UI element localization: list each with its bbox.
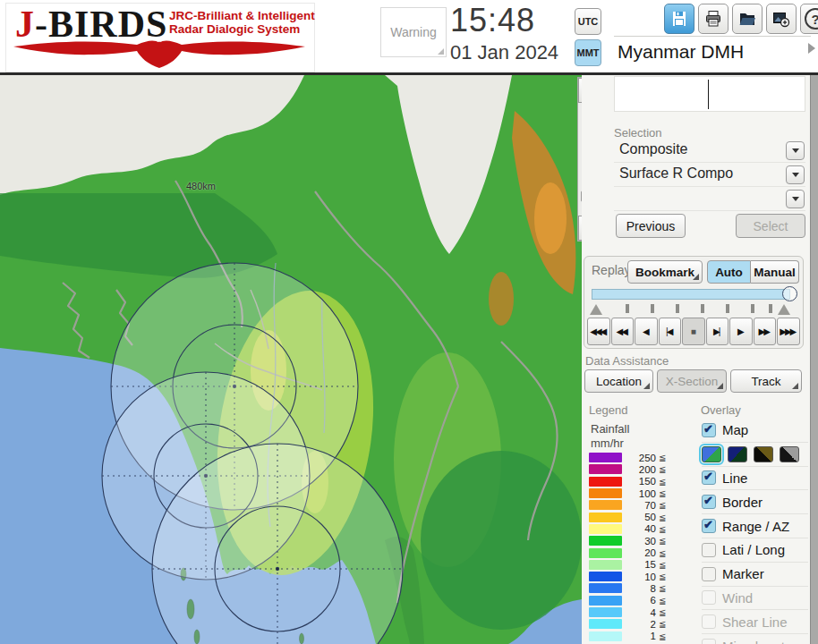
selection-field-2: Surface R Compo	[614, 163, 805, 187]
page-title: Myanmar DMH	[618, 41, 744, 63]
track-button[interactable]: Track	[730, 369, 802, 393]
data-assistance-label: Data Assistance	[585, 354, 669, 368]
bookmark-button[interactable]: Bookmark	[627, 260, 703, 284]
legend-row: 4≦	[589, 606, 666, 618]
chevron-down-icon	[792, 173, 799, 177]
selection-value-1[interactable]: Composite	[619, 141, 687, 157]
forward-fast-button[interactable]: ▶▶▶	[777, 318, 800, 345]
overlay-row-wind: Wind	[702, 586, 808, 610]
legend-swatch	[589, 572, 622, 581]
microburst-checkbox	[702, 639, 716, 644]
overlay-label-line: Line	[722, 470, 747, 486]
add-image-icon	[772, 10, 790, 28]
utc-button[interactable]: UTC	[575, 8, 601, 35]
map-style-2[interactable]	[728, 446, 747, 462]
legend-swatch	[589, 453, 622, 462]
jbirds-app: J-BIRDS JRC-Brilliant & Intelligent Rada…	[0, 0, 818, 644]
selection-value-2[interactable]: Surface R Compo	[619, 165, 733, 182]
logo-subtitle-line2: Radar Dialogic System	[169, 22, 315, 36]
legend-swatch	[589, 477, 622, 487]
selection-dropdown-button-3[interactable]	[786, 190, 805, 208]
skip-start-button[interactable]: |◀	[659, 318, 682, 345]
legend-swatch	[589, 583, 622, 593]
selection-dropdown-button-1[interactable]	[786, 141, 805, 160]
map-style-1[interactable]	[702, 446, 721, 462]
auto-button[interactable]: Auto	[707, 260, 751, 284]
help-button[interactable]: ?	[800, 4, 818, 34]
x-section-button: X-Section	[657, 369, 727, 393]
map-canvas[interactable]: 480km	[0, 75, 582, 644]
overlay-row-border: Border	[702, 489, 808, 513]
legend-swatch	[589, 631, 622, 641]
snapshot-button[interactable]	[766, 4, 797, 34]
select-button: Select	[736, 214, 805, 238]
map-style-3[interactable]	[754, 446, 773, 462]
station-list-box[interactable]	[614, 76, 805, 112]
overlay-label-microburst: Microburst	[722, 639, 785, 644]
chevron-down-icon	[792, 148, 799, 153]
save-button[interactable]	[664, 4, 694, 34]
overlay-label: Overlay	[701, 403, 741, 417]
selection-dropdown-button-2[interactable]	[786, 165, 805, 184]
open-folder-button[interactable]	[732, 4, 763, 34]
overlay-row-line: Line	[702, 466, 808, 490]
legend-row: 40≦	[589, 523, 666, 535]
mountain-ridge-2	[489, 272, 514, 326]
map-style-4[interactable]	[780, 446, 799, 462]
location-button[interactable]: Location	[584, 369, 653, 393]
rewind-button[interactable]: ◀◀	[611, 318, 635, 345]
replay-slider-ticks	[592, 303, 790, 316]
border-checkbox[interactable]	[702, 495, 716, 509]
legend-row: 10≦	[589, 571, 666, 582]
previous-button[interactable]: Previous	[616, 214, 686, 238]
panel-collapse-icon[interactable]	[808, 43, 815, 54]
overlay-label-marker: Marker	[722, 566, 764, 581]
legend-row: 15≦	[589, 559, 666, 571]
overlay-row-range-az: Range / AZ	[702, 513, 808, 538]
legend-label: Legend	[589, 403, 627, 417]
overlay-row-lati-long: Lati / Long	[702, 538, 808, 562]
control-panel: Selection Composite Surface R Compo Prev…	[582, 75, 810, 644]
skip-end-button[interactable]: ▶|	[706, 318, 729, 345]
chevron-down-icon	[792, 197, 799, 201]
stop-button[interactable]: ■	[682, 318, 705, 345]
replay-slider-handle[interactable]	[782, 286, 797, 301]
clock-date: 01 Jan 2024	[450, 41, 558, 64]
play-button[interactable]: ▶	[729, 318, 753, 345]
legend-swatch	[589, 488, 622, 498]
legend-row: 250≦	[589, 452, 666, 463]
rewind-fast-button[interactable]: ◀◀◀	[587, 318, 610, 345]
lati-long-checkbox[interactable]	[702, 543, 716, 557]
wind-checkbox	[702, 590, 716, 605]
forward-button[interactable]: ▶▶	[754, 318, 777, 345]
overlay-label-map: Map	[722, 422, 748, 437]
legend-row: 6≦	[589, 595, 666, 606]
text-cursor	[708, 80, 709, 109]
legend-row: 1≦	[589, 630, 666, 641]
replay-label: Replay	[592, 263, 631, 277]
warning-button[interactable]: Warning	[380, 7, 447, 57]
mmt-button[interactable]: MMT	[575, 39, 601, 66]
clock-time: 15:48	[450, 2, 535, 39]
overlay-list: Map Line Border Range / AZ	[702, 419, 808, 644]
legend-swatch	[589, 596, 622, 606]
selection-field-1: Composite	[614, 139, 805, 163]
slider-end-marker-icon	[778, 304, 790, 315]
manual-button[interactable]: Manual	[751, 260, 799, 284]
panel-scrollbar[interactable]	[810, 75, 818, 644]
legend-swatch	[589, 607, 622, 617]
marker-checkbox[interactable]	[702, 567, 716, 581]
replay-slider[interactable]	[592, 289, 790, 300]
print-icon	[704, 10, 722, 28]
map-style-row	[702, 442, 808, 466]
legend-row: 200≦	[589, 463, 666, 475]
overlay-row-microburst: Microburst	[702, 633, 808, 644]
legend-row: 100≦	[589, 487, 666, 499]
legend-row: 50≦	[589, 511, 666, 522]
range-az-checkbox[interactable]	[702, 519, 716, 533]
legend-swatch	[589, 536, 622, 546]
line-checkbox[interactable]	[702, 470, 716, 485]
map-checkbox[interactable]	[702, 423, 716, 437]
play-back-button[interactable]: ◀	[635, 318, 658, 345]
print-button[interactable]	[698, 4, 729, 34]
